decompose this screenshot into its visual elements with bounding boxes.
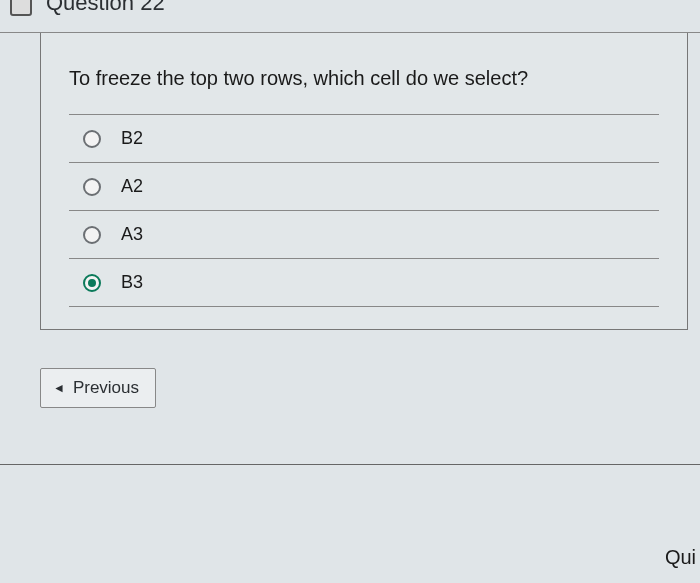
nav-row: ◄ Previous [40,368,700,408]
radio-icon [83,226,101,244]
options-list: B2 A2 A3 B3 [41,114,687,307]
option-label: A2 [121,176,143,197]
option-label: A3 [121,224,143,245]
option-a3[interactable]: A3 [69,210,659,258]
footer-label: Qui [665,546,696,569]
question-status-icon [10,0,32,16]
question-header: Question 22 [0,0,700,33]
option-a2[interactable]: A2 [69,162,659,210]
option-label: B3 [121,272,143,293]
previous-button[interactable]: ◄ Previous [40,368,156,408]
question-card: To freeze the top two rows, which cell d… [40,33,688,330]
chevron-left-icon: ◄ [53,381,65,395]
question-number-title: Question 22 [46,0,165,16]
footer-divider [0,464,700,465]
radio-icon [83,178,101,196]
radio-icon [83,130,101,148]
radio-icon [83,274,101,292]
previous-button-label: Previous [73,378,139,398]
question-prompt: To freeze the top two rows, which cell d… [41,33,687,114]
option-b3[interactable]: B3 [69,258,659,307]
option-b2[interactable]: B2 [69,114,659,162]
option-label: B2 [121,128,143,149]
